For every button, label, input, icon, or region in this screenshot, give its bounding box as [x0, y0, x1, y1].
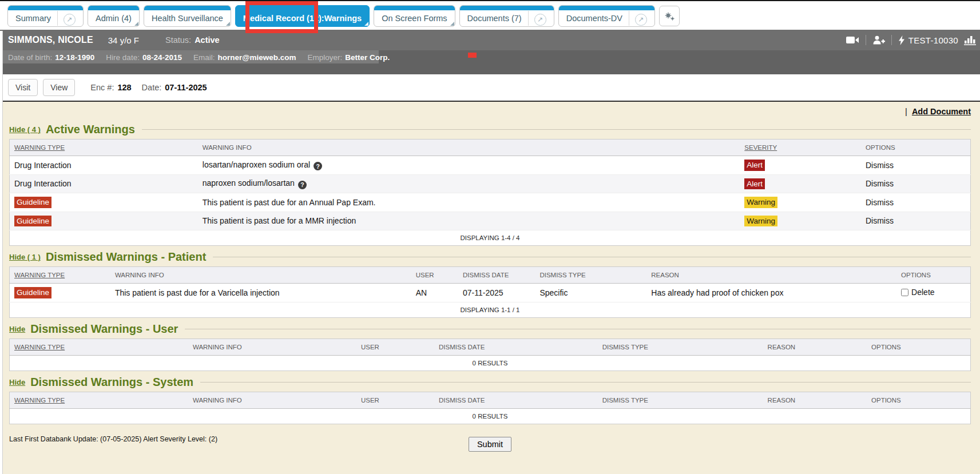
- column-header-severity[interactable]: SEVERITY: [740, 140, 861, 156]
- warning-type-badge: Guideline: [14, 287, 51, 298]
- column-header-dismiss-date: DISMISS DATE: [434, 392, 598, 408]
- column-header-options: OPTIONS: [867, 392, 970, 408]
- warning-info: This patient is past due for a Varicella…: [115, 288, 280, 297]
- dismiss-type: Specific: [539, 288, 568, 297]
- dismissed-user-header: Hide Dismissed Warnings - User: [9, 322, 971, 336]
- dismissed-user-title: Dismissed Warnings - User: [30, 322, 178, 336]
- tab-health-surveillance[interactable]: Health Surveillance: [144, 5, 231, 27]
- popout-icon: ↗: [64, 14, 76, 26]
- employer-field: Employer:Better Corp.: [307, 52, 390, 62]
- section-rule: [185, 329, 971, 329]
- help-icon[interactable]: ?: [314, 162, 322, 170]
- column-header-dismiss-date: DISMISS DATE: [458, 267, 535, 284]
- popout-button[interactable]: ↗: [528, 11, 546, 26]
- user-initials: AN: [416, 288, 427, 297]
- severity-badge: Warning: [744, 216, 777, 227]
- delete-label: Delete: [911, 288, 934, 297]
- paging-status: DISPLAYING 1-1 / 1: [10, 302, 971, 317]
- tab-label: Medical Record (12):Warnings: [243, 14, 362, 23]
- submit-button[interactable]: Submit: [469, 437, 511, 452]
- column-header-warning-info: WARNING INFO: [110, 267, 411, 284]
- enc-date-value: 07-11-2025: [165, 83, 207, 92]
- column-header-warning-type[interactable]: WARNING TYPE: [10, 392, 188, 408]
- dismiss-date: 07-11-2025: [463, 288, 503, 297]
- table-row: Guideline This patient is past due for a…: [10, 212, 971, 230]
- tab-on-screen-forms[interactable]: On Screen Forms: [374, 5, 455, 27]
- warning-type: Drug Interaction: [14, 161, 72, 170]
- settings-button[interactable]: [659, 6, 680, 26]
- dob-field: Date of birth:12-18-1990: [8, 52, 94, 62]
- add-document-link[interactable]: Add Document: [912, 107, 971, 116]
- popout-button[interactable]: ↗: [57, 11, 76, 26]
- delete-checkbox[interactable]: [901, 289, 908, 296]
- table-row: Drug Interaction losartan/naproxen sodiu…: [10, 156, 971, 175]
- active-warnings-table: WARNING TYPE WARNING INFO SEVERITY OPTIO…: [9, 139, 971, 246]
- warning-type-badge: Guideline: [14, 216, 51, 227]
- column-header-dismiss-type: DISMISS TYPE: [598, 392, 763, 408]
- tab-documents[interactable]: Documents (7) ↗: [459, 5, 554, 27]
- dismiss-link[interactable]: Dismiss: [866, 161, 894, 170]
- table-row: Guideline This patient is past due for a…: [10, 193, 971, 212]
- paging-status: DISPLAYING 1-4 / 4: [10, 230, 971, 246]
- tab-label: Documents (7): [467, 14, 522, 23]
- separator: |: [905, 107, 907, 116]
- chart-icon[interactable]: [964, 35, 978, 45]
- gear-icon: [664, 11, 675, 21]
- column-header-options: OPTIONS: [896, 267, 970, 284]
- dismiss-link[interactable]: Dismiss: [866, 216, 894, 225]
- patient-id: TEST-10030: [908, 35, 958, 45]
- column-header-warning-type[interactable]: WARNING TYPE: [10, 140, 198, 156]
- enc-date-label: Date:: [142, 83, 162, 92]
- column-header-user: USER: [356, 392, 434, 408]
- column-header-options: OPTIONS: [861, 140, 971, 156]
- help-icon[interactable]: ?: [298, 181, 307, 189]
- visit-button[interactable]: Visit: [8, 79, 38, 96]
- left-window-edge: [0, 31, 3, 474]
- tab-admin[interactable]: Admin (4): [88, 5, 140, 27]
- severity-badge: Alert: [744, 160, 765, 171]
- databank-update-note: Last First Databank Update: (07-05-2025)…: [9, 435, 217, 443]
- hide-dismissed-system-link[interactable]: Hide: [9, 378, 25, 387]
- column-header-warning-info: WARNING INFO: [188, 392, 356, 408]
- popout-button[interactable]: ↗: [629, 11, 647, 26]
- tab-medical-record-warnings[interactable]: Medical Record (12):Warnings: [235, 5, 370, 27]
- hire-date-field: Hire date:08-24-2015: [106, 52, 182, 62]
- column-header-dismiss-type: DISMISS TYPE: [535, 267, 646, 284]
- column-header-warning-type[interactable]: WARNING TYPE: [10, 338, 188, 355]
- tab-bar: Summary ↗ Admin (4) Health Surveillance …: [0, 1, 980, 30]
- dismissed-patient-header: Hide ( 1 ) Dismissed Warnings - Patient: [9, 250, 971, 264]
- empty-results: 0 RESULTS: [10, 355, 971, 371]
- divider: [866, 35, 866, 45]
- lightning-bolt-icon[interactable]: [898, 35, 905, 45]
- column-header-reason: REASON: [763, 338, 867, 355]
- section-rule: [200, 382, 971, 383]
- enc-number-label: Enc #:: [90, 83, 114, 92]
- tab-summary[interactable]: Summary ↗: [7, 5, 84, 27]
- dismiss-link[interactable]: Dismiss: [866, 179, 894, 188]
- column-header-user: USER: [356, 338, 434, 355]
- hide-active-warnings-link[interactable]: Hide ( 4 ): [9, 125, 41, 134]
- active-warnings-title: Active Warnings: [46, 123, 135, 136]
- dismiss-link[interactable]: Dismiss: [866, 198, 894, 207]
- warning-info: This patient is past due for an Annual P…: [203, 198, 376, 207]
- dismissed-user-table: WARNING TYPE WARNING INFO USER DISMISS D…: [9, 338, 971, 371]
- section-rule: [142, 129, 971, 130]
- tab-documents-dv[interactable]: Documents-DV ↗: [558, 5, 655, 27]
- active-warnings-header: Hide ( 4 ) Active Warnings: [9, 123, 971, 136]
- column-header-warning-type[interactable]: WARNING TYPE: [10, 267, 110, 284]
- add-person-icon[interactable]: [872, 35, 885, 45]
- patient-age-sex: 34 y/o F: [108, 35, 139, 45]
- dismissed-patient-table: WARNING TYPE WARNING INFO USER DISMISS D…: [9, 266, 971, 318]
- popout-icon: ↗: [635, 14, 647, 26]
- popout-icon: ↗: [534, 14, 546, 26]
- hide-dismissed-user-link[interactable]: Hide: [9, 325, 25, 333]
- view-button[interactable]: View: [43, 79, 75, 96]
- video-camera-icon[interactable]: [846, 36, 859, 44]
- dropdown-fold-icon: [450, 22, 454, 26]
- tab-label: On Screen Forms: [382, 14, 447, 23]
- dropdown-fold-icon: [364, 22, 368, 26]
- hide-dismissed-patient-link[interactable]: Hide ( 1 ): [9, 253, 41, 261]
- app-window: Summary ↗ Admin (4) Health Surveillance …: [0, 0, 980, 474]
- encounter-bar: Visit View Enc #: 128 Date: 07-11-2025: [0, 74, 980, 101]
- column-header-warning-info: WARNING INFO: [188, 338, 356, 355]
